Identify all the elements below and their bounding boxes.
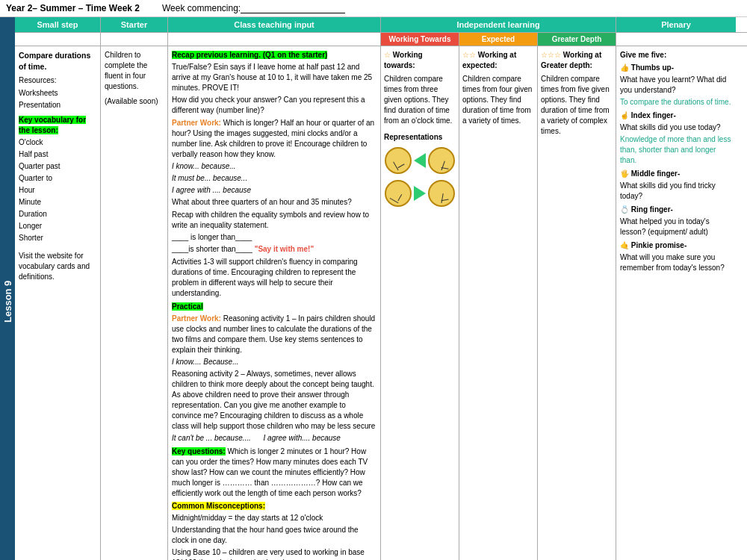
col-header-class-teaching: Class teaching input [168, 17, 381, 32]
col-header-independent: Independent learning [381, 17, 616, 32]
plenary-cell: Give me five: 👍 Thumbs up- What have you… [616, 46, 736, 560]
col-header-starter: Starter [101, 17, 168, 32]
partner-work-1-label: Partner Work: [172, 119, 221, 127]
col-header-small-step: Small step [15, 17, 101, 32]
col-header-plenary: Plenary [616, 17, 736, 32]
key-questions-label: Key questions: [172, 447, 226, 455]
common-label: Common Misconceptions: [172, 502, 265, 510]
expected-cell: ☆☆ Working at expected: Children compare… [459, 46, 538, 560]
small-step-cell: Compare durations of time. Resources: Wo… [15, 46, 101, 560]
subheader-expected: Expected [459, 33, 538, 46]
page-wrapper: Year 2– Summer – Time Week 2 Week commen… [0, 0, 747, 560]
lesson-sidebar: Lesson 9 [0, 17, 15, 560]
page-title: Year 2– Summer – Time Week 2 [6, 3, 140, 13]
subheader-working-towards: Working Towards [381, 33, 459, 46]
class-teaching-cell: Recap previous learning. (Q1 on the star… [168, 46, 381, 560]
working-towards-cell: ☆ Working towards: Children compare time… [381, 46, 459, 560]
practical-label: Practical [172, 302, 203, 311]
subheader-greater-depth: Greater Depth [538, 33, 616, 46]
starter-cell: Children to complete the fluent in four … [101, 46, 168, 560]
week-commencing-label: Week commencing: [162, 3, 241, 13]
small-step-title: Compare durations of time. [19, 50, 96, 72]
partner-work-2-label: Partner Work: [172, 314, 221, 323]
vocab-highlight: Key vocabulary for the lesson: [19, 116, 86, 134]
recap-label: Recap previous learning. (Q1 on the star… [172, 51, 327, 59]
website-note: Visit the website for vocabulary cards a… [19, 251, 96, 282]
greater-depth-cell: ☆☆☆ Working at Greater depth: Children c… [538, 46, 616, 560]
resources-label: Resources: [19, 75, 96, 86]
